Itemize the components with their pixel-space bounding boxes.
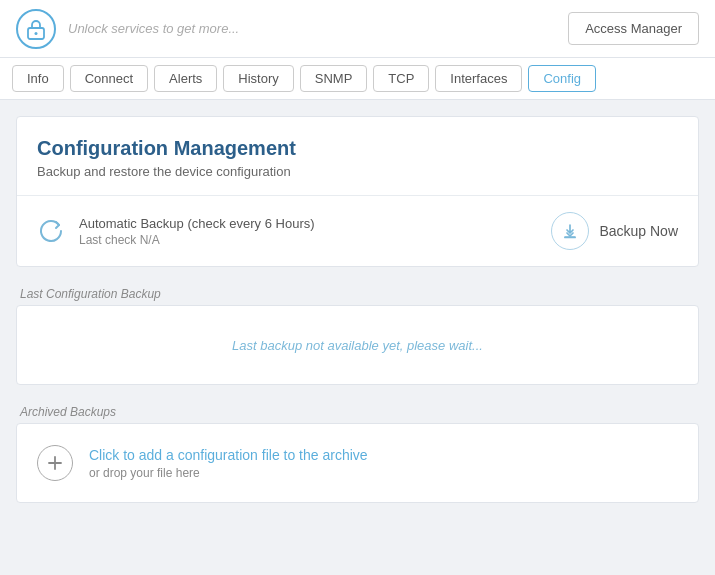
tab-snmp[interactable]: SNMP: [300, 65, 368, 92]
top-bar: Unlock services to get more... Access Ma…: [0, 0, 715, 58]
config-subtitle: Backup and restore the device configurat…: [37, 164, 678, 179]
tab-interfaces[interactable]: Interfaces: [435, 65, 522, 92]
lock-icon: [26, 18, 46, 40]
lock-icon-wrap: [16, 9, 56, 49]
access-manager-button[interactable]: Access Manager: [568, 12, 699, 45]
tab-connect[interactable]: Connect: [70, 65, 148, 92]
auto-backup-label: Automatic Backup (check every 6 Hours): [79, 216, 315, 231]
refresh-icon: [37, 217, 65, 245]
archived-backups-section: Archived Backups Click to add a configur…: [16, 397, 699, 503]
config-management-card: Configuration Management Backup and rest…: [16, 116, 699, 267]
backup-now-button[interactable]: [551, 212, 589, 250]
svg-point-1: [35, 32, 38, 35]
tab-tcp[interactable]: TCP: [373, 65, 429, 92]
last-backup-message: Last backup not available yet, please wa…: [232, 338, 483, 353]
archive-cta: Click to add a configuration file to the…: [89, 447, 368, 480]
backup-now-wrap: Backup Now: [551, 212, 678, 250]
auto-backup-row: Automatic Backup (check every 6 Hours) L…: [37, 196, 678, 266]
backup-info: Automatic Backup (check every 6 Hours) L…: [79, 216, 315, 247]
main-content: Configuration Management Backup and rest…: [0, 100, 715, 519]
archive-cta-main: Click to add a configuration file to the…: [89, 447, 368, 463]
tab-history[interactable]: History: [223, 65, 293, 92]
tab-config[interactable]: Config: [528, 65, 596, 92]
archive-cta-sub: or drop your file here: [89, 466, 368, 480]
add-archive-icon: [37, 445, 73, 481]
archived-section-label: Archived Backups: [16, 397, 699, 423]
backup-left: Automatic Backup (check every 6 Hours) L…: [37, 216, 315, 247]
tab-bar: Info Connect Alerts History SNMP TCP Int…: [0, 58, 715, 100]
last-backup-card: Last backup not available yet, please wa…: [16, 305, 699, 385]
backup-now-label: Backup Now: [599, 223, 678, 239]
config-title: Configuration Management: [37, 137, 678, 160]
tab-alerts[interactable]: Alerts: [154, 65, 217, 92]
archive-upload-card[interactable]: Click to add a configuration file to the…: [16, 423, 699, 503]
last-backup-label: Last Configuration Backup: [16, 279, 699, 305]
unlock-text: Unlock services to get more...: [68, 21, 239, 36]
tab-info[interactable]: Info: [12, 65, 64, 92]
last-check-label: Last check N/A: [79, 233, 315, 247]
last-backup-section-label: Last Configuration Backup Last backup no…: [16, 279, 699, 385]
top-bar-left: Unlock services to get more...: [16, 9, 239, 49]
